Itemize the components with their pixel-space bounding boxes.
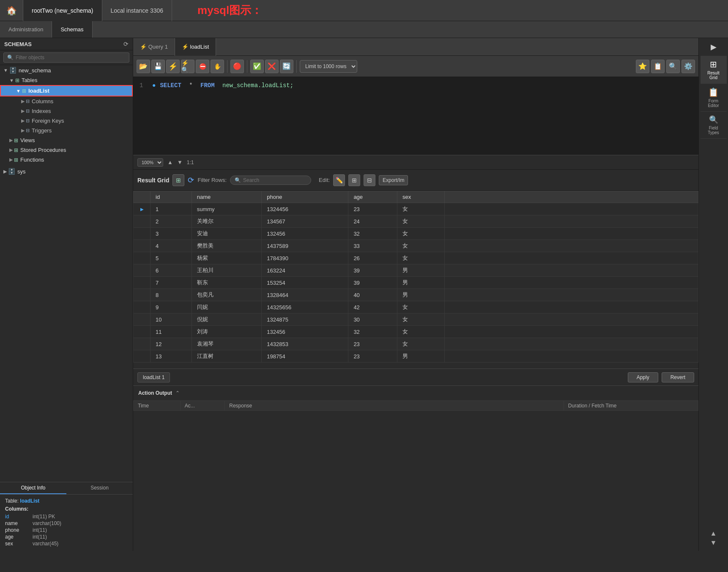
search-input[interactable] <box>243 177 307 183</box>
data-table-wrap[interactable]: id name phone age sex ▶1summy132445623女2… <box>133 191 698 368</box>
right-btn-field-types[interactable]: 🔍 Field Types <box>701 112 727 139</box>
edit-btn-grid2[interactable]: ⊟ <box>364 174 375 186</box>
right-btn-result-grid[interactable]: ⊞ Result Grid <box>701 56 727 84</box>
result-grid-label: Result Grid <box>137 177 169 184</box>
btn-format[interactable]: 📋 <box>651 60 665 73</box>
zoom-up-icon[interactable]: ▲ <box>167 159 173 165</box>
col-sex-name: sex <box>5 541 24 547</box>
tab-root[interactable]: rootTwo (new_schema) <box>23 0 102 21</box>
btn-settings2[interactable]: ⚙️ <box>681 60 695 73</box>
tree-item-new-schema[interactable]: ▼ 🗄️ new_schema <box>0 65 133 75</box>
btn-open-file[interactable]: 📂 <box>137 60 150 73</box>
right-btn-form-editor[interactable]: 📋 Form Editor <box>701 84 727 112</box>
apply-button[interactable]: Apply <box>628 372 658 382</box>
col-sex-type: varchar(45) <box>33 541 58 547</box>
right-panel: ▶ ⊞ Result Grid 📋 Form Editor 🔍 Field Ty… <box>698 38 728 551</box>
btn-save-file[interactable]: 💾 <box>151 60 165 73</box>
tab-administration[interactable]: Administration <box>0 21 52 38</box>
action-output-chevron[interactable]: ⌃ <box>175 390 180 396</box>
output-col-duration: Duration / Fetch Time <box>564 401 698 411</box>
col-age-type: int(11) <box>33 534 47 540</box>
table-row: 10倪妮132487530女 <box>134 314 698 326</box>
btn-refresh[interactable]: 🔄 <box>280 60 293 73</box>
columns-info-label: Columns: <box>5 506 28 512</box>
table-row: 4樊胜美143758933女 <box>134 240 698 252</box>
btn-red-circle[interactable]: 🔴 <box>230 60 244 73</box>
col-id-name: id <box>5 514 24 520</box>
tree-item-loadlist[interactable]: ▼ ⊞ loadList <box>0 85 133 96</box>
btn-check[interactable]: ✅ <box>250 60 264 73</box>
output-col-action: Ac... <box>180 401 225 411</box>
tab-query1[interactable]: ⚡ ⚡ Query 1Query 1 <box>133 38 175 56</box>
tree-item-triggers[interactable]: ▶ ⊟ Triggers <box>0 126 133 135</box>
btn-pause[interactable]: ✋ <box>211 60 224 73</box>
col-header-id: id <box>151 191 192 203</box>
sql-table-name: new_schema.loadList; <box>219 82 293 89</box>
edit-btn-pencil[interactable]: ✏️ <box>333 174 345 186</box>
btn-execute-select[interactable]: ⚡🔍 <box>181 60 194 73</box>
position-indicator: 1:1 <box>187 160 194 165</box>
search-icon: 🔍 <box>235 177 241 183</box>
zoom-select[interactable]: 100% 75% 150% <box>137 158 163 167</box>
table-row: 5杨紫178439026女 <box>134 252 698 264</box>
tab-home[interactable]: 🏠 <box>0 0 23 21</box>
schema-tree: ▼ 🗄️ new_schema ▼ ⊞ Tables ▼ ⊞ loadList … <box>0 65 133 482</box>
output-col-time: Time <box>134 401 181 411</box>
btn-search[interactable]: 🔍 <box>666 60 680 73</box>
btn-cancel[interactable]: ❌ <box>265 60 279 73</box>
tree-item-views[interactable]: ▶ ⊞ Views <box>0 135 133 145</box>
col-header-name: name <box>192 191 262 203</box>
panel-up-icon[interactable]: ▲ <box>710 530 717 537</box>
tree-item-columns[interactable]: ▶ ⊟ Columns <box>0 96 133 106</box>
sql-editor[interactable]: 1 ● SELECT * FROM new_schema.loadList; <box>133 77 698 155</box>
col-header-phone: phone <box>262 191 348 203</box>
limit-select[interactable]: Limit to 1000 rows Don't Limit Limit to … <box>300 60 357 73</box>
sql-from-keyword: FROM <box>200 82 215 89</box>
sql-bullet: ● <box>152 82 156 89</box>
refresh-icon[interactable]: ⟳ <box>123 41 129 47</box>
revert-button[interactable]: Revert <box>662 372 694 382</box>
tree-item-sys[interactable]: ▶ 🗄️ sys <box>0 166 133 176</box>
btn-execute[interactable]: ⚡ <box>166 60 180 73</box>
tree-item-indexes[interactable]: ▶ ⊟ Indexes <box>0 106 133 116</box>
zoom-down-icon[interactable]: ▼ <box>177 159 183 165</box>
tree-item-tables[interactable]: ▼ ⊞ Tables <box>0 75 133 85</box>
col-header-age: age <box>348 191 397 203</box>
col-phone-type: int(11) <box>33 527 47 533</box>
main-content: ⚡ ⚡ Query 1Query 1 ⚡ loadList 📂 💾 ⚡ ⚡🔍 ⛔… <box>133 38 698 551</box>
table-row: 13江直树19875423男 <box>134 350 698 363</box>
tab-loadlist-query[interactable]: ⚡ loadList <box>175 38 216 56</box>
export-btn[interactable]: Export/Im <box>379 175 408 185</box>
tab-session[interactable]: Session <box>66 482 133 494</box>
btn-star[interactable]: ⭐ <box>636 60 649 73</box>
tab-object-info[interactable]: Object Info <box>0 482 66 494</box>
col-id-type: int(11) PK <box>33 514 55 520</box>
action-output-label: Action Output <box>138 390 172 396</box>
table-row: 9闫妮1432565642女 <box>134 301 698 314</box>
col-name-type: varchar(100) <box>33 520 61 526</box>
sql-select-keyword: SELECT <box>160 82 181 89</box>
tree-item-functions[interactable]: ▶ ⊞ Functions <box>0 155 133 165</box>
edit-btn-grid1[interactable]: ⊞ <box>348 174 360 186</box>
panel-down-icon[interactable]: ▼ <box>710 539 717 547</box>
tree-item-stored-procedures[interactable]: ▶ ⊞ Stored Procedures <box>0 145 133 155</box>
table-row: 2关雎尔13456724女 <box>134 215 698 228</box>
col-name-name: name <box>5 520 24 526</box>
tree-item-foreign-keys[interactable]: ▶ ⊟ Foreign Keys <box>0 116 133 126</box>
mysql-banner: mysql图示： <box>197 3 262 18</box>
tab-schemas[interactable]: Schemas <box>52 21 92 38</box>
line-number: 1 <box>140 82 148 89</box>
table-row: 11刘涛13245632女 <box>134 326 698 338</box>
sidebar: SCHEMAS ⟳ 🔍 ▼ 🗄️ new_schema ▼ ⊞ Tables <box>0 38 133 551</box>
output-col-response: Response <box>225 401 564 411</box>
btn-stop[interactable]: ⛔ <box>196 60 209 73</box>
grid-icon-btn[interactable]: ⊞ <box>172 174 184 186</box>
tab-local[interactable]: Local instance 3306 <box>102 0 172 21</box>
edit-label: Edit: <box>319 177 330 183</box>
filter-input[interactable] <box>16 55 126 60</box>
table-footer-tab[interactable]: loadList 1 <box>137 372 170 382</box>
rotate-icon[interactable]: ⟳ <box>188 176 194 185</box>
table-row: 3安迪13245632女 <box>134 228 698 240</box>
right-arrow-icon[interactable]: ▶ <box>711 42 717 52</box>
col-age-name: age <box>5 534 24 540</box>
